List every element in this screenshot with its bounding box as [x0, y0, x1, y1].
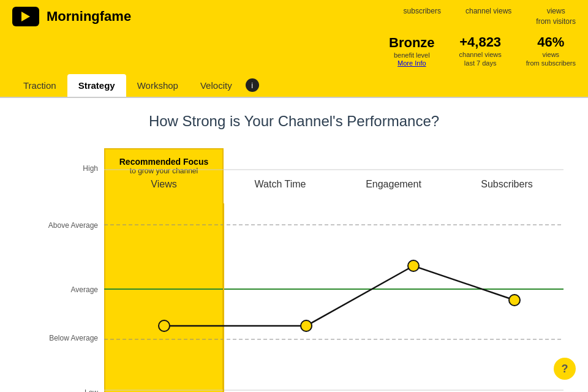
main-content: How Strong is Your Channel's Performance…: [0, 98, 588, 392]
info-icon[interactable]: i: [246, 78, 259, 92]
app-title: Morningfame: [47, 9, 131, 24]
point-watch-time: [301, 320, 312, 331]
channel-views-value: +4,823: [459, 34, 502, 50]
benefit-value: Bronze: [389, 35, 435, 51]
logo-area: Morningfame: [12, 7, 131, 26]
point-views: [159, 320, 170, 331]
navigation: Traction Strategy Workshop Velocity i: [0, 74, 588, 98]
col-label-views: Views: [104, 179, 224, 190]
y-label-above-average: Above Average: [48, 221, 98, 230]
y-label-low: Low: [85, 388, 98, 392]
stat-views-pct: 46% viewsfrom subscribers: [526, 34, 576, 68]
nav-traction[interactable]: Traction: [12, 74, 67, 97]
stat-channel-views: +4,823 channel viewslast 7 days: [459, 34, 502, 68]
y-axis-labels: High Above Average Average Below Average…: [24, 148, 104, 392]
point-subscribers: [509, 295, 520, 306]
stat-bronze: Bronze benefit level More Info: [389, 35, 435, 67]
point-engagement: [408, 260, 419, 271]
views-visitors-label: viewsfrom visitors: [536, 6, 576, 27]
nav-workshop[interactable]: Workshop: [126, 74, 189, 97]
col-label-subscribers: Subscribers: [450, 179, 564, 190]
header: Morningfame subscribers channel views vi…: [0, 0, 588, 33]
channel-views-label: channel views: [466, 6, 511, 17]
stat-channel-views-label: channel views: [466, 6, 511, 17]
more-info-link[interactable]: More Info: [389, 59, 435, 67]
nav-velocity[interactable]: Velocity: [189, 74, 243, 97]
y-label-below-average: Below Average: [49, 334, 98, 342]
youtube-icon: [12, 7, 39, 26]
col-label-watch-time: Watch Time: [224, 179, 337, 190]
views-pct-value: 46%: [526, 34, 576, 50]
stat-views-visitors-label: viewsfrom visitors: [536, 6, 576, 27]
performance-line: [164, 266, 514, 326]
col-label-engagement: Engagement: [337, 179, 450, 190]
header-values: Bronze benefit level More Info +4,823 ch…: [0, 33, 588, 74]
page-title: How Strong is Your Channel's Performance…: [24, 113, 564, 130]
y-label-average: Average: [71, 285, 98, 294]
help-button[interactable]: ?: [554, 358, 576, 380]
stat-subscribers: subscribers: [404, 6, 441, 17]
channel-views-sub: channel viewslast 7 days: [459, 50, 502, 68]
performance-chart: High Above Average Average Below Average…: [24, 148, 564, 392]
benefit-label: benefit level: [389, 51, 435, 59]
y-label-high: High: [83, 164, 98, 173]
stat-subscribers-label: subscribers: [404, 6, 441, 17]
nav-strategy[interactable]: Strategy: [67, 74, 126, 97]
header-stats: subscribers channel views viewsfrom visi…: [404, 6, 576, 27]
views-pct-sub: viewsfrom subscribers: [526, 50, 576, 68]
column-labels: Views Watch Time Engagement Subscribers: [104, 179, 564, 190]
